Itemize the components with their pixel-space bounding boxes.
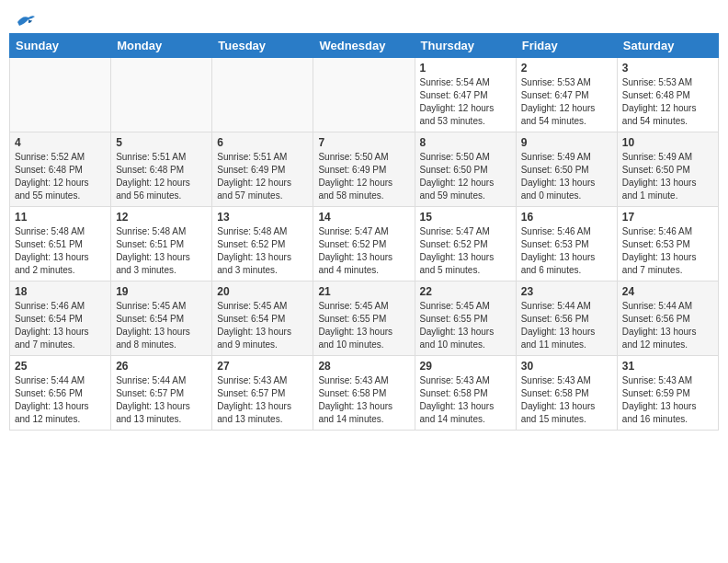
calendar-cell: 27Sunrise: 5:43 AM Sunset: 6:57 PM Dayli… — [212, 356, 313, 431]
day-number: 22 — [420, 285, 511, 298]
calendar-cell: 25Sunrise: 5:44 AM Sunset: 6:56 PM Dayli… — [10, 356, 111, 431]
day-info: Sunrise: 5:43 AM Sunset: 6:57 PM Dayligh… — [217, 374, 308, 426]
calendar-cell: 16Sunrise: 5:46 AM Sunset: 6:53 PM Dayli… — [516, 207, 617, 282]
day-info: Sunrise: 5:48 AM Sunset: 6:51 PM Dayligh… — [15, 225, 106, 277]
calendar-cell: 9Sunrise: 5:49 AM Sunset: 6:50 PM Daylig… — [516, 132, 617, 207]
calendar-row-0: 1Sunrise: 5:54 AM Sunset: 6:47 PM Daylig… — [10, 58, 719, 132]
day-info: Sunrise: 5:44 AM Sunset: 6:56 PM Dayligh… — [15, 374, 106, 426]
calendar-cell: 7Sunrise: 5:50 AM Sunset: 6:49 PM Daylig… — [313, 132, 415, 207]
weekday-tuesday: Tuesday — [212, 34, 313, 58]
calendar-row-4: 25Sunrise: 5:44 AM Sunset: 6:56 PM Dayli… — [10, 356, 719, 431]
weekday-sunday: Sunday — [10, 34, 111, 58]
calendar-cell: 31Sunrise: 5:43 AM Sunset: 6:59 PM Dayli… — [617, 356, 718, 431]
day-number: 24 — [622, 285, 713, 298]
weekday-monday: Monday — [111, 34, 212, 58]
calendar-cell: 13Sunrise: 5:48 AM Sunset: 6:52 PM Dayli… — [212, 207, 313, 282]
day-number: 17 — [622, 211, 713, 224]
day-number: 25 — [15, 360, 106, 373]
day-info: Sunrise: 5:48 AM Sunset: 6:51 PM Dayligh… — [116, 225, 207, 277]
calendar-row-2: 11Sunrise: 5:48 AM Sunset: 6:51 PM Dayli… — [10, 207, 719, 282]
calendar-cell: 5Sunrise: 5:51 AM Sunset: 6:48 PM Daylig… — [111, 132, 212, 207]
day-number: 20 — [217, 285, 308, 298]
calendar-table: SundayMondayTuesdayWednesdayThursdayFrid… — [9, 33, 719, 431]
calendar-cell: 28Sunrise: 5:43 AM Sunset: 6:58 PM Dayli… — [313, 356, 415, 431]
day-number: 28 — [318, 360, 409, 373]
day-number: 27 — [217, 360, 308, 373]
calendar-cell: 19Sunrise: 5:45 AM Sunset: 6:54 PM Dayli… — [111, 282, 212, 356]
day-info: Sunrise: 5:49 AM Sunset: 6:50 PM Dayligh… — [521, 151, 612, 202]
calendar-row-1: 4Sunrise: 5:52 AM Sunset: 6:48 PM Daylig… — [10, 132, 719, 207]
calendar-cell: 10Sunrise: 5:49 AM Sunset: 6:50 PM Dayli… — [617, 132, 718, 207]
logo — [14, 13, 36, 29]
day-info: Sunrise: 5:46 AM Sunset: 6:53 PM Dayligh… — [521, 225, 612, 277]
day-info: Sunrise: 5:51 AM Sunset: 6:49 PM Dayligh… — [217, 151, 308, 202]
day-info: Sunrise: 5:43 AM Sunset: 6:58 PM Dayligh… — [420, 374, 511, 426]
day-number: 6 — [217, 136, 308, 149]
calendar-cell: 11Sunrise: 5:48 AM Sunset: 6:51 PM Dayli… — [10, 207, 111, 282]
day-number: 11 — [15, 211, 106, 224]
day-info: Sunrise: 5:46 AM Sunset: 6:53 PM Dayligh… — [622, 225, 713, 277]
day-number: 14 — [318, 211, 409, 224]
calendar-cell: 4Sunrise: 5:52 AM Sunset: 6:48 PM Daylig… — [10, 132, 111, 207]
day-number: 26 — [116, 360, 207, 373]
day-number: 21 — [318, 285, 409, 298]
day-info: Sunrise: 5:46 AM Sunset: 6:54 PM Dayligh… — [15, 300, 106, 351]
calendar-cell: 21Sunrise: 5:45 AM Sunset: 6:55 PM Dayli… — [313, 282, 415, 356]
calendar-cell: 30Sunrise: 5:43 AM Sunset: 6:58 PM Dayli… — [516, 356, 617, 431]
day-number: 2 — [521, 62, 612, 75]
day-info: Sunrise: 5:43 AM Sunset: 6:59 PM Dayligh… — [622, 374, 713, 426]
day-info: Sunrise: 5:45 AM Sunset: 6:55 PM Dayligh… — [318, 300, 409, 351]
weekday-thursday: Thursday — [415, 34, 516, 58]
calendar-cell: 26Sunrise: 5:44 AM Sunset: 6:57 PM Dayli… — [111, 356, 212, 431]
day-info: Sunrise: 5:54 AM Sunset: 6:47 PM Dayligh… — [420, 76, 511, 128]
day-number: 8 — [420, 136, 511, 149]
calendar-row-3: 18Sunrise: 5:46 AM Sunset: 6:54 PM Dayli… — [10, 282, 719, 356]
calendar-cell: 22Sunrise: 5:45 AM Sunset: 6:55 PM Dayli… — [415, 282, 516, 356]
calendar-cell: 23Sunrise: 5:44 AM Sunset: 6:56 PM Dayli… — [516, 282, 617, 356]
day-number: 4 — [15, 136, 106, 149]
calendar-body: 1Sunrise: 5:54 AM Sunset: 6:47 PM Daylig… — [10, 58, 719, 431]
day-number: 7 — [318, 136, 409, 149]
day-info: Sunrise: 5:48 AM Sunset: 6:52 PM Dayligh… — [217, 225, 308, 277]
day-number: 10 — [622, 136, 713, 149]
day-info: Sunrise: 5:45 AM Sunset: 6:55 PM Dayligh… — [420, 300, 511, 351]
day-number: 1 — [420, 62, 511, 75]
weekday-header-row: SundayMondayTuesdayWednesdayThursdayFrid… — [10, 34, 719, 58]
weekday-saturday: Saturday — [617, 34, 718, 58]
day-number: 30 — [521, 360, 612, 373]
day-number: 12 — [116, 211, 207, 224]
day-number: 9 — [521, 136, 612, 149]
calendar-cell — [212, 58, 313, 132]
day-info: Sunrise: 5:47 AM Sunset: 6:52 PM Dayligh… — [318, 225, 409, 277]
day-number: 18 — [15, 285, 106, 298]
calendar-cell: 17Sunrise: 5:46 AM Sunset: 6:53 PM Dayli… — [617, 207, 718, 282]
calendar-cell: 8Sunrise: 5:50 AM Sunset: 6:50 PM Daylig… — [415, 132, 516, 207]
calendar-cell: 2Sunrise: 5:53 AM Sunset: 6:47 PM Daylig… — [516, 58, 617, 132]
logo-bird-icon — [16, 13, 36, 29]
day-info: Sunrise: 5:45 AM Sunset: 6:54 PM Dayligh… — [116, 300, 207, 351]
calendar-cell: 29Sunrise: 5:43 AM Sunset: 6:58 PM Dayli… — [415, 356, 516, 431]
calendar-cell — [10, 58, 111, 132]
day-info: Sunrise: 5:50 AM Sunset: 6:50 PM Dayligh… — [420, 151, 511, 202]
calendar-cell: 3Sunrise: 5:53 AM Sunset: 6:48 PM Daylig… — [617, 58, 718, 132]
day-info: Sunrise: 5:44 AM Sunset: 6:56 PM Dayligh… — [622, 300, 713, 351]
day-info: Sunrise: 5:53 AM Sunset: 6:47 PM Dayligh… — [521, 76, 612, 128]
weekday-wednesday: Wednesday — [313, 34, 415, 58]
calendar-cell — [111, 58, 212, 132]
calendar-cell: 24Sunrise: 5:44 AM Sunset: 6:56 PM Dayli… — [617, 282, 718, 356]
day-number: 19 — [116, 285, 207, 298]
day-info: Sunrise: 5:53 AM Sunset: 6:48 PM Dayligh… — [622, 76, 713, 128]
calendar-cell: 12Sunrise: 5:48 AM Sunset: 6:51 PM Dayli… — [111, 207, 212, 282]
day-info: Sunrise: 5:44 AM Sunset: 6:56 PM Dayligh… — [521, 300, 612, 351]
page-header — [9, 9, 719, 29]
day-info: Sunrise: 5:45 AM Sunset: 6:54 PM Dayligh… — [217, 300, 308, 351]
calendar-cell: 1Sunrise: 5:54 AM Sunset: 6:47 PM Daylig… — [415, 58, 516, 132]
weekday-friday: Friday — [516, 34, 617, 58]
calendar-cell: 14Sunrise: 5:47 AM Sunset: 6:52 PM Dayli… — [313, 207, 415, 282]
calendar-cell — [313, 58, 415, 132]
day-number: 31 — [622, 360, 713, 373]
day-number: 13 — [217, 211, 308, 224]
day-number: 16 — [521, 211, 612, 224]
day-info: Sunrise: 5:49 AM Sunset: 6:50 PM Dayligh… — [622, 151, 713, 202]
day-info: Sunrise: 5:47 AM Sunset: 6:52 PM Dayligh… — [420, 225, 511, 277]
